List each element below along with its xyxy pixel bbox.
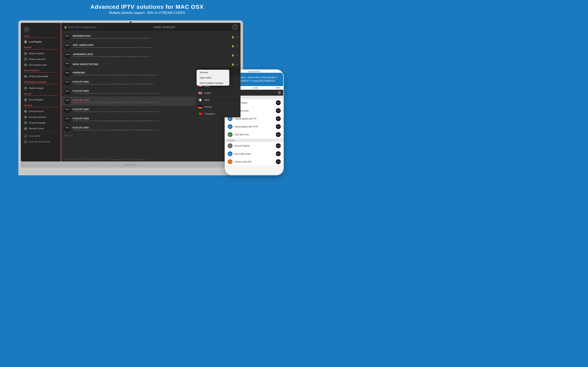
sidebar-label-playlist-manager: Playlist manager [29,87,44,89]
phone-item[interactable]: ●play single streamM3U [225,150,283,158]
sidebar-section-local: Local [21,33,61,38]
phone-item-icon: ● [228,159,233,164]
playlist-lock-icon[interactable]: 🔒 [231,54,234,57]
main-header: 🔒 Double click to navigate playlist LOCA… [61,23,241,32]
play-icon-network: ▶ [24,140,27,143]
sidebar-item-upnp[interactable]: UPNP UPNP/DLNA/SAMBA [21,74,61,79]
sidebar-item-epg[interactable]: EPG EPG program guide [21,62,61,68]
context-remove[interactable]: Remove [197,70,229,75]
playlist-path: /Users/david/Library/Containers/com.gset… [73,56,171,58]
sidebar-divider-home [24,72,58,72]
playlist-actions: 🔒≡ [231,63,238,66]
settings-button[interactable]: ⚙ [24,26,29,32]
quick-play-network[interactable]: ▶ Quick play network stream [21,139,61,145]
add-playlist-button[interactable]: + [232,25,238,30]
playlist-badge: M3U♪ [64,80,71,86]
header-hint: Double click to navigate playlist [68,26,96,28]
playlist-path: /Users/david/Library/Containers/com.gset… [73,129,171,131]
gear-icon: ⚙ [25,28,28,31]
phone-item-icon: ● [228,143,233,148]
flag-english: 🇬🇧 [198,91,202,95]
phone-badge: M3U [276,100,281,105]
phone-section-label: Remote [225,139,283,142]
status-bar: ≡ drag and drop m3u , json or xspf playl… [61,157,241,161]
playlist-item[interactable]: XSPF♪XSPF_SAMPLE.XSPF/Users/david/Librar… [61,42,241,51]
phone-item-label: GSE Web Tools [234,133,274,136]
plus-icon: + [234,25,236,29]
phone-item[interactable]: ●Remote PlaylistsM3U [225,142,283,150]
playlist-name: JSONSAMPLE.JSON [73,53,231,55]
playlist-lock-icon[interactable]: 🔒 [231,35,234,38]
playlist-path: /Users/david/Library/Containers/com.gset… [73,92,171,94]
sidebar-label-remote-playlists: Remote Playlists [29,52,44,55]
playlist-badge: M3U♪ [64,61,71,68]
context-add-manager[interactable]: Add to playlist manager [197,80,229,86]
language-portuguese-label: Portuguese [204,113,215,115]
header-lock-icon: 🔒 [64,26,67,29]
phone-item[interactable]: ●Upload playlist with HTTPM3U [225,123,283,131]
parental-icon: 🔒 [24,127,27,130]
phone-menu-icon[interactable]: ☰ [278,91,281,95]
phone-badge: JSON [276,108,281,113]
phone-item[interactable]: ●Xtream Codes APIM3U [225,158,283,166]
playlist-item[interactable]: M3U♪PLAYLIST 4.M3U/Users/david/Library/C… [61,124,241,133]
playlist-path: /Users/david/Library/Containers/com.gset… [73,37,171,39]
laptop-screen: ⚙ Local 🏠 Local Playlists Remote ☁ Remot… [21,23,241,161]
sidebar-item-remote-playlists[interactable]: ☁ Remote Playlists [21,50,61,56]
sidebar-item-playlist-manager[interactable]: ✏ Playlist manager [21,85,61,91]
sidebar-label-parental: Parental Control [29,127,43,130]
sidebar-divider-gse [24,84,58,84]
language-item-portuguese[interactable]: 🇵🇹 Portuguese [196,110,241,117]
main-title: LOCAL PLAYLIST [154,26,175,28]
main-content: 🔒 Double click to navigate playlist LOCA… [61,23,241,161]
star-icon: ★ [24,115,27,119]
language-item-german[interactable]: 🇩🇪 German [196,104,241,110]
playlist-menu-icon[interactable]: ≡ [236,54,238,57]
sidebar-label-secure: Secure Playlists [29,99,43,101]
playlist-name: M3USAMPLE.M3U [73,35,231,37]
sidebar-item-external[interactable]: ▶ External Players [21,108,61,114]
language-item-italian[interactable]: 🇮🇹 Italian [196,97,241,104]
language-item-english[interactable]: 🇬🇧 English [196,90,241,97]
playlist-menu-icon[interactable]: ≡ [236,45,238,48]
player-icon: ▶ [24,109,27,113]
sidebar-item-favourites[interactable]: ★ Favourite channels [21,114,61,120]
sidebar-label-epg: EPG program guide [29,64,47,66]
sidebar-label-external: External Players [29,110,44,113]
playlist-badge: M3U♪ [64,89,71,95]
playlist-path: /Users/david/Library/Containers/com.gset… [73,83,171,85]
sidebar-item-xtream[interactable]: ≡ Xtream-codes API [21,56,61,62]
phone-item-icon: ● [228,124,233,129]
upnp-icon: UPNP [24,75,27,78]
playlist-path: /Users/david/Library/Containers/com.gset… [73,111,171,113]
status-text: ≡ drag and drop m3u , json or xspf playl… [64,159,146,160]
app-container: ⚙ Local 🏠 Local Playlists Remote ☁ Remot… [21,23,241,161]
playlist-badge: XSPF♪ [64,43,71,49]
sidebar-item-parental[interactable]: 🔒 Parental Control [21,125,61,131]
phone-badge: M3U [276,159,281,164]
sidebar-section-gse: GSE Playlist manager [21,79,61,84]
page-subtitle: Multiple playlists support , M3U to XTRE… [0,11,294,15]
playlist-path: /Users/david/Library/Containers/com.gset… [73,47,171,48]
phone-item[interactable]: ●GSE Web ToolsM3U [225,131,283,139]
sidebar-item-secure[interactable]: 🔒 Secure Playlists [21,97,61,103]
phone-notch [248,71,260,72]
sidebar-item-language[interactable]: 🌐 Change Language [21,120,61,125]
playlist-item[interactable]: JSON♪JSONSAMPLE.JSON/Users/david/Library… [61,51,241,60]
playlist-item[interactable]: M3U♪M3USAMPLE.M3U/Users/david/Library/Co… [61,33,241,42]
context-open-folder[interactable]: Open folder [197,75,229,80]
globe-icon: 🌐 [24,121,27,125]
playlist-actions: 🔒≡ [231,45,238,48]
playlist-menu-icon[interactable]: ≡ [236,35,238,39]
quick-play-file[interactable]: ▶ Quick play file [21,133,61,139]
playlist-lock-icon[interactable]: 🔒 [231,63,234,66]
edit-icon: ✏ [24,86,27,90]
sidebar-section-general: General [21,103,61,107]
sidebar-item-local-playlists[interactable]: 🏠 Local Playlists [21,39,61,45]
playlist-menu-icon[interactable]: ≡ [236,63,238,66]
playlist-badge: M3U♪ [64,125,71,132]
playlist-info: MUSIC (RADIO) TEST.M3U [73,63,231,66]
playlist-lock-icon[interactable]: 🔒 [231,45,234,48]
sidebar-label-xtream: Xtream-codes API [29,58,45,60]
language-italian-label: Italian [204,99,210,101]
